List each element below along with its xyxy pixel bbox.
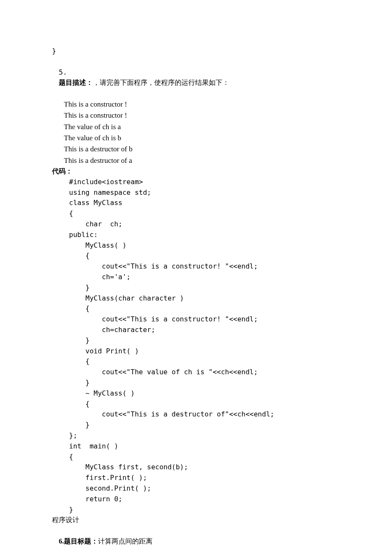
q5-number: 5. (59, 68, 67, 76)
q5-output-line: The value of ch is b (52, 133, 349, 144)
q5-desc: ，请完善下面程序，使程序的运行结果如下： (93, 78, 229, 87)
code-line: second.Print( ); (69, 483, 349, 494)
code-line: ~ MyClass( ) (69, 388, 349, 399)
code-line: } (69, 420, 349, 431)
code-line: MyClass first, second(b); (69, 462, 349, 473)
code-line: { (69, 399, 349, 410)
code-line: return 0; (69, 494, 349, 505)
q5-output-line: The value of ch is a (52, 121, 349, 133)
q6-title-label: 6.题目标题： (59, 538, 98, 545)
code-line: MyClass(char character ) (69, 293, 349, 304)
code-line: cout<<"This is a constructor! "<<endl; (69, 261, 349, 272)
code-line: cout<<"This is a destructor of"<<ch<<end… (69, 409, 349, 420)
closing-brace: } (52, 46, 349, 57)
q5-header: 5. 题目描述：，请完善下面程序，使程序的运行结果如下： (52, 57, 349, 99)
code-line: } (69, 505, 349, 515)
code-line: { (69, 452, 349, 462)
code-line: first.Print( ); (69, 473, 349, 483)
code-line: { (69, 304, 349, 314)
code-line: ch=character; (69, 325, 349, 335)
code-line: cout<<"The value of ch is "<<ch<<endl; (69, 367, 349, 378)
q6-title-text: 计算两点间的距离 (98, 537, 153, 545)
code-line: public: (69, 230, 349, 240)
code-line: }; (69, 431, 349, 441)
code-line: { (69, 251, 349, 261)
code-line: class MyClass (69, 198, 349, 208)
code-line: ch='a'; (69, 272, 349, 283)
program-design-heading: 程序设计 (52, 515, 349, 526)
code-line: } (69, 335, 349, 346)
code-line: #include<iostream> (69, 177, 349, 188)
code-label: 代码： (52, 166, 349, 177)
q5-output-line: This is a destructor of b (52, 144, 349, 155)
q5-output-line: This is a constructor ! (52, 99, 349, 110)
code-line: using namespace std; (69, 188, 349, 198)
q5-output-line: This is a constructor ! (52, 110, 349, 121)
code-line: } (69, 283, 349, 293)
code-block: #include<iostream> using namespace std; … (52, 177, 349, 515)
code-line: } (69, 378, 349, 388)
code-line: MyClass( ) (69, 240, 349, 251)
code-line: int main( ) (69, 441, 349, 452)
code-line: void Print( ) (69, 346, 349, 357)
code-line: { (69, 356, 349, 367)
code-line: cout<<"This is a constructor! "<<endl; (69, 314, 349, 325)
q5-label: 题目描述： (59, 79, 93, 86)
code-line: { (69, 208, 349, 219)
q6-title-line: 6.题目标题：计算两点间的距离 (52, 526, 349, 555)
q5-output-line: This is a destructor of a (52, 155, 349, 166)
document-page: } 5. 题目描述：，请完善下面程序，使程序的运行结果如下： This is a… (0, 0, 392, 555)
code-line: char ch; (69, 219, 349, 230)
